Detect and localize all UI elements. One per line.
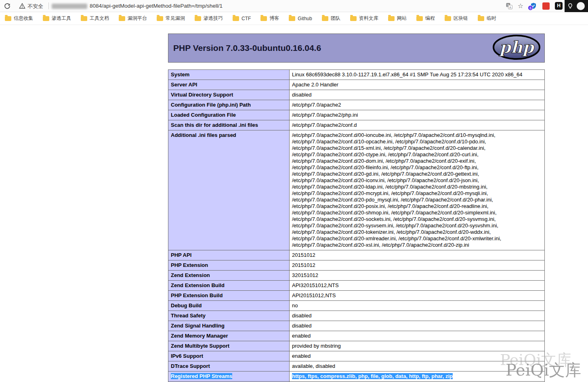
row-label: PHP API	[168, 250, 290, 260]
bookmark-label: 信息收集	[14, 15, 33, 22]
folder-icon	[119, 16, 125, 21]
bookmark-item[interactable]: 工具文档	[81, 15, 109, 22]
folder-icon	[445, 16, 451, 21]
bookmark-star-icon[interactable]: ☆	[517, 2, 524, 10]
row-label: Zend Memory Manager	[168, 331, 290, 341]
selected-text: Registered PHP Streams	[171, 373, 232, 379]
phpinfo-table-body: SystemLinux 68c6593dec88 3.10.0-1127.19.…	[168, 70, 545, 382]
row-label: Zend Extension Build	[168, 281, 290, 291]
row-label: Debug Build	[168, 301, 290, 311]
row-label: Scan this dir for additional .ini files	[168, 120, 290, 130]
lightbulb-icon[interactable]	[567, 3, 573, 9]
selected-text: https, ftps, compress.zlib, php, file, g…	[292, 373, 453, 379]
bookmark-item[interactable]: 网站	[388, 15, 407, 22]
row-label: Server API	[168, 80, 290, 90]
reload-icon[interactable]	[4, 2, 11, 10]
table-row: PHP Extension BuildAPI20151012,NTS	[168, 291, 545, 301]
table-row: Virtual Directory Supportdisabled	[168, 90, 545, 100]
bookmark-item[interactable]: 区块链	[445, 15, 468, 22]
row-value: 320151012	[290, 271, 545, 281]
row-label: Loaded Configuration File	[168, 110, 290, 120]
table-row: PHP API20151012	[168, 250, 545, 260]
warning-icon	[19, 3, 25, 10]
translate-icon[interactable]: 文 A	[506, 2, 513, 10]
row-value: provided by mbstring	[290, 341, 545, 351]
bookmark-label: 区块链	[454, 15, 468, 22]
folder-icon	[260, 16, 267, 21]
address-url[interactable]: 8084/api-getModel-api-getMethod-filePath…	[90, 3, 223, 9]
bookmark-label: 网站	[397, 15, 407, 22]
bookmark-item[interactable]: CTF	[233, 16, 251, 21]
table-row: Zend Signal Handlingdisabled	[168, 321, 545, 331]
row-value: enabled	[290, 351, 545, 361]
row-label: IPv6 Support	[168, 351, 290, 361]
bookmark-label: 团队	[331, 15, 340, 22]
folder-icon	[350, 16, 357, 21]
row-value: enabled	[290, 331, 545, 341]
row-label: Virtual Directory Support	[168, 90, 290, 100]
bookmark-label: CTF	[242, 16, 251, 21]
row-label: Zend Multibyte Support	[168, 341, 290, 351]
row-value: disabled	[290, 311, 545, 321]
bookmark-label: 资料文库	[359, 15, 378, 22]
row-label: Registered PHP Streams	[168, 372, 290, 382]
row-value: https, ftps, compress.zlib, php, file, g…	[290, 372, 545, 382]
folder-icon	[81, 16, 87, 21]
row-label: Thread Safety	[168, 311, 290, 321]
table-row: Zend Multibyte Supportprovided by mbstri…	[168, 341, 545, 351]
profile-avatar[interactable]	[577, 2, 585, 10]
bookmark-label: 编程	[425, 15, 435, 22]
security-label: 不安全	[27, 3, 43, 10]
security-chip[interactable]: 不安全	[19, 3, 43, 10]
folder-icon	[416, 16, 423, 21]
folder-icon	[233, 16, 239, 21]
h-extension-icon[interactable]: H	[555, 2, 563, 10]
shield-extension-icon[interactable]: 6	[530, 2, 537, 9]
bookmark-item[interactable]: 博客	[260, 15, 279, 22]
bookmark-item[interactable]: 渗透工具	[43, 15, 71, 22]
table-row: SystemLinux 68c6593dec88 3.10.0-1127.19.…	[168, 70, 545, 80]
bookmark-item[interactable]: 编程	[416, 15, 435, 22]
row-value: API20151012,NTS	[290, 291, 545, 301]
table-row: Zend Extension320151012	[168, 271, 545, 281]
table-row: Registered PHP Streamshttps, ftps, compr…	[168, 372, 545, 382]
bookmark-item[interactable]: Github	[289, 16, 312, 21]
toolbar-corner	[565, 0, 588, 12]
phpinfo-page: PHP Version 7.0.33-0ubuntu0.16.04.6 php …	[168, 34, 545, 382]
bookmark-label: 临时	[487, 15, 496, 22]
red-extension-icon[interactable]	[542, 2, 550, 10]
bookmark-item[interactable]: 渗透技巧	[195, 15, 223, 22]
folder-icon	[43, 16, 49, 21]
table-row: IPv6 Supportenabled	[168, 351, 545, 361]
table-row: Additional .ini files parsed/etc/php/7.0…	[168, 130, 545, 250]
folder-icon	[195, 16, 201, 21]
folder-icon	[5, 16, 11, 21]
folder-icon	[322, 16, 328, 21]
bookmark-item[interactable]: 临时	[478, 15, 496, 22]
bookmark-item[interactable]: 资料文库	[350, 15, 378, 22]
phpinfo-table: SystemLinux 68c6593dec88 3.10.0-1127.19.…	[168, 69, 545, 382]
row-value: /etc/php/7.0/apache2/php.ini	[290, 110, 545, 120]
browser-window: 不安全 8084/api-getModel-api-getMethod-file…	[0, 0, 588, 382]
bookmark-item[interactable]: 常见漏洞	[157, 15, 185, 22]
php-logo-text: php	[498, 38, 535, 57]
bookmark-item[interactable]: 漏洞平台	[119, 15, 147, 22]
bookmark-item[interactable]: 团队	[322, 15, 340, 22]
table-row: PHP Extension20151012	[168, 260, 545, 271]
bookmark-item[interactable]: 信息收集	[5, 15, 33, 22]
row-label: PHP Extension Build	[168, 291, 290, 301]
bookmark-label: 渗透技巧	[204, 15, 223, 22]
php-logo[interactable]: php	[492, 34, 541, 62]
table-row: Debug Buildno	[168, 301, 545, 311]
table-row: Zend Extension BuildAPI320151012,NTS	[168, 281, 545, 291]
extension-badge: 6	[528, 5, 533, 10]
page-title: PHP Version 7.0.33-0ubuntu0.16.04.6	[173, 43, 321, 53]
row-value: disabled	[290, 321, 545, 331]
bookmark-label: 工具文档	[90, 15, 109, 22]
row-value: disabled	[290, 90, 545, 100]
row-value: 20151012	[290, 250, 545, 260]
bookmark-label: 博客	[269, 15, 279, 22]
row-value: /etc/php/7.0/apache2/conf.d/00-ioncube.i…	[290, 130, 545, 250]
row-value: Linux 68c6593dec88 3.10.0-1127.19.1.el7.…	[290, 70, 545, 80]
row-value: API320151012,NTS	[290, 281, 545, 291]
